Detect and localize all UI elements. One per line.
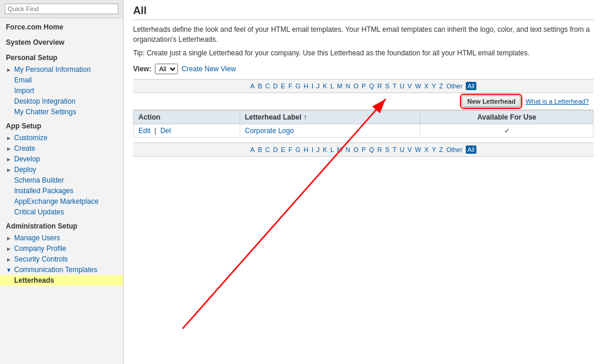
alpha-t[interactable]: T <box>393 82 397 90</box>
alpha-bottom-w[interactable]: W <box>415 146 421 153</box>
view-label: View: <box>133 65 151 73</box>
alpha-bottom-b[interactable]: B <box>258 146 262 153</box>
sidebar-item-my-personal-info[interactable]: ► My Personal Information <box>0 64 123 75</box>
alpha-y[interactable]: Y <box>432 82 436 90</box>
alpha-bottom-j[interactable]: J <box>316 146 320 153</box>
sidebar-item-installed-packages[interactable]: Installed Packages <box>0 186 123 196</box>
alpha-s[interactable]: S <box>385 82 389 90</box>
alpha-m[interactable]: M <box>337 82 342 90</box>
alpha-bottom-c[interactable]: C <box>265 146 270 153</box>
alpha-bottom-a[interactable]: A <box>250 146 254 153</box>
sidebar-item-communication-templates[interactable]: ▼ Communication Templates <box>0 264 123 275</box>
alpha-bottom-d[interactable]: D <box>273 146 278 153</box>
del-link[interactable]: Del <box>160 127 171 135</box>
sidebar-item-develop[interactable]: ► Develop <box>0 154 123 164</box>
arrow-icon: ► <box>6 167 12 173</box>
sidebar-item-critical-updates[interactable]: Critical Updates <box>0 207 123 217</box>
description-text: Letterheads define the look and feel of … <box>133 25 594 45</box>
alpha-p[interactable]: P <box>362 82 366 90</box>
alpha-x[interactable]: X <box>424 82 428 90</box>
alpha-z[interactable]: Z <box>439 82 443 90</box>
col-label: Letterhead Label ↑ <box>240 111 420 124</box>
row-label: Corporate Logo <box>240 124 420 138</box>
alpha-f[interactable]: F <box>289 82 293 90</box>
alpha-q[interactable]: Q <box>369 82 375 90</box>
arrow-icon: ▼ <box>6 267 12 273</box>
alpha-bottom-y[interactable]: Y <box>432 146 436 153</box>
sidebar-item-import[interactable]: Import <box>0 85 123 96</box>
alpha-nav-top: A B C D E F G H I J K L M N O P Q R S T … <box>133 79 594 93</box>
sidebar-item-my-chatter-settings[interactable]: My Chatter Settings <box>0 107 123 117</box>
alpha-r[interactable]: R <box>377 82 382 90</box>
sidebar-item-create[interactable]: ► Create <box>0 143 123 154</box>
sidebar-item-desktop-integration[interactable]: Desktop Integration <box>0 96 123 107</box>
alpha-bottom-f[interactable]: F <box>289 146 293 153</box>
alpha-bottom-p[interactable]: P <box>362 146 366 153</box>
sidebar-item-email[interactable]: Email <box>0 75 123 85</box>
alpha-bottom-h[interactable]: H <box>304 146 309 153</box>
sidebar-item-deploy[interactable]: ► Deploy <box>0 164 123 175</box>
alpha-bottom-x[interactable]: X <box>424 146 428 153</box>
alpha-e[interactable]: E <box>281 82 285 90</box>
alpha-v[interactable]: V <box>407 82 412 90</box>
alpha-l[interactable]: L <box>330 82 334 90</box>
alpha-bottom-n[interactable]: N <box>346 146 350 153</box>
alpha-b[interactable]: B <box>258 82 262 90</box>
alpha-bottom-other[interactable]: Other <box>446 146 463 153</box>
new-letterhead-button[interactable]: New Letterhead <box>462 95 521 107</box>
sidebar: Force.com Home System Overview Personal … <box>0 0 124 364</box>
sidebar-item-customize[interactable]: ► Customize <box>0 133 123 143</box>
alpha-bottom-e[interactable]: E <box>281 146 285 153</box>
alpha-bottom-o[interactable]: O <box>353 146 359 153</box>
alpha-bottom-k[interactable]: K <box>323 146 327 153</box>
alpha-h[interactable]: H <box>304 82 309 90</box>
alpha-bottom-t[interactable]: T <box>393 146 397 153</box>
alpha-bottom-m[interactable]: M <box>337 146 342 153</box>
table-row: Edit | Del Corporate Logo ✓ <box>134 124 594 138</box>
create-new-view-link[interactable]: Create New View <box>181 65 236 73</box>
sidebar-item-appexchange[interactable]: AppExchange Marketplace <box>0 196 123 207</box>
alpha-bottom-g[interactable]: G <box>296 146 301 153</box>
sidebar-item-manage-users[interactable]: ► Manage Users <box>0 233 123 243</box>
alpha-bottom-u[interactable]: U <box>400 146 405 153</box>
sidebar-section-personal: Personal Setup <box>0 49 123 64</box>
letterhead-label-link[interactable]: Corporate Logo <box>245 127 294 135</box>
alpha-nav-bottom: A B C D E F G H I J K L M N O P Q R S T … <box>133 143 594 157</box>
alpha-bottom-v[interactable]: V <box>407 146 412 153</box>
tip-text: Tip: Create just a single Letterhead for… <box>133 48 594 58</box>
alpha-w[interactable]: W <box>415 82 421 90</box>
alpha-j[interactable]: J <box>316 82 320 90</box>
view-select[interactable]: All <box>155 64 178 74</box>
alpha-bottom-z[interactable]: Z <box>439 146 443 153</box>
alpha-other[interactable]: Other <box>446 82 463 90</box>
alpha-c[interactable]: C <box>265 82 270 90</box>
alpha-o[interactable]: O <box>353 82 359 90</box>
arrow-icon: ► <box>6 235 12 241</box>
what-is-letterhead-link[interactable]: What is a Letterhead? <box>525 98 589 105</box>
alpha-d[interactable]: D <box>273 82 278 90</box>
col-available: Available For Use <box>420 111 594 124</box>
alpha-bottom-s[interactable]: S <box>385 146 389 153</box>
alpha-u[interactable]: U <box>400 82 405 90</box>
alpha-bottom-r[interactable]: R <box>377 146 382 153</box>
alpha-n[interactable]: N <box>346 82 350 90</box>
search-input[interactable] <box>5 4 118 14</box>
sidebar-item-letterheads[interactable]: Letterheads <box>0 275 123 286</box>
alpha-bottom-i[interactable]: I <box>312 146 313 153</box>
arrow-icon: ► <box>6 246 12 252</box>
sidebar-item-security-controls[interactable]: ► Security Controls <box>0 254 123 264</box>
view-row: View: All Create New View <box>133 64 594 74</box>
alpha-bottom-all[interactable]: All <box>466 145 476 154</box>
alpha-all[interactable]: All <box>466 82 476 90</box>
edit-link[interactable]: Edit <box>138 127 151 135</box>
alpha-a[interactable]: A <box>250 82 254 90</box>
alpha-i[interactable]: I <box>312 82 313 90</box>
alpha-g[interactable]: G <box>296 82 301 90</box>
sidebar-item-schema-builder[interactable]: Schema Builder <box>0 175 123 186</box>
sidebar-item-company-profile[interactable]: ► Company Profile <box>0 243 123 254</box>
alpha-bottom-l[interactable]: L <box>330 146 334 153</box>
alpha-k[interactable]: K <box>323 82 327 90</box>
arrow-icon: ► <box>6 156 12 162</box>
arrow-icon: ► <box>6 256 12 262</box>
alpha-bottom-q[interactable]: Q <box>369 146 375 153</box>
